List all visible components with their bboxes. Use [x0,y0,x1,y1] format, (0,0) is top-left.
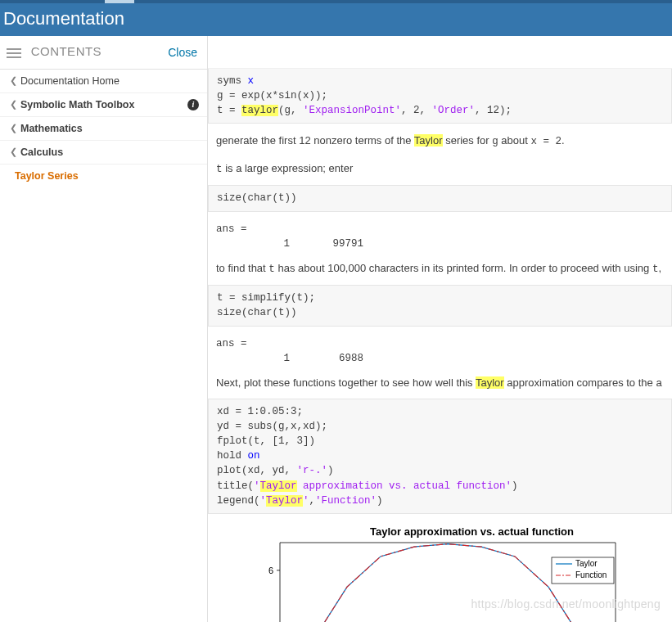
chevron-left-icon: ❮ [10,146,17,157]
svg-text:Function: Function [575,570,607,579]
close-sidebar-link[interactable]: Close [168,46,197,59]
paragraph-1: generate the first 12 nonzero terms of t… [208,130,672,158]
plot-title: Taylor approximation vs. actual function [241,525,664,538]
chevron-left-icon: ❮ [10,123,17,133]
sidebar: CONTENTS Close ❮ Documentation Home ❮ Sy… [0,36,208,622]
code-block-3: t = simplify(t); size(char(t)) [208,285,672,326]
info-icon[interactable]: i [187,99,199,110]
nav-label: Taylor Series [15,170,199,182]
paragraph-2: t is a large expression; enter [208,158,672,186]
header-accent-tab [105,0,134,3]
menu-icon [7,46,21,61]
nav-label: Documentation Home [20,75,199,87]
plot-area: Taylor approximation vs. actual function… [208,521,672,622]
nav-documentation-home[interactable]: ❮ Documentation Home [0,70,207,93]
contents-label: CONTENTS [31,44,102,58]
nav-taylor-series[interactable]: Taylor Series [0,165,207,187]
doc-title: Documentation [3,8,124,29]
nav-label: Symbolic Math Toolbox [20,99,187,110]
svg-text:Taylor: Taylor [575,559,598,568]
contents-toggle[interactable]: CONTENTS [7,44,101,61]
nav-label: Calculus [20,146,199,158]
plot-svg: 6TaylorFunction [241,541,634,622]
nav-list: ❮ Documentation Home ❮ Symbolic Math Too… [0,70,207,187]
sidebar-top: CONTENTS Close [0,36,207,70]
output-1: ans = 1 99791 [208,219,672,258]
doc-header: Documentation [0,0,672,36]
nav-symbolic-math-toolbox[interactable]: ❮ Symbolic Math Toolbox i [0,93,207,117]
chevron-left-icon: ❮ [10,75,17,86]
nav-label: Mathematics [20,123,199,134]
nav-mathematics[interactable]: ❮ Mathematics [0,117,207,141]
code-block-2: size(char(t)) [208,185,672,211]
content-top-gap [208,36,672,69]
svg-text:6: 6 [268,566,273,575]
paragraph-4: Next, plot these functions together to s… [208,372,672,399]
output-2: ans = 1 6988 [208,333,672,372]
content-area: syms x g = exp(x*sin(x)); t = taylor(g, … [208,36,672,622]
paragraph-3: to find that t has about 100,000 charact… [208,258,672,286]
chevron-left-icon: ❮ [10,99,17,110]
code-block-4: xd = 1:0.05:3; yd = subs(g,x,xd); fplot(… [208,399,672,514]
code-block-1: syms x g = exp(x*sin(x)); t = taylor(g, … [208,69,672,124]
nav-calculus[interactable]: ❮ Calculus [0,141,207,165]
